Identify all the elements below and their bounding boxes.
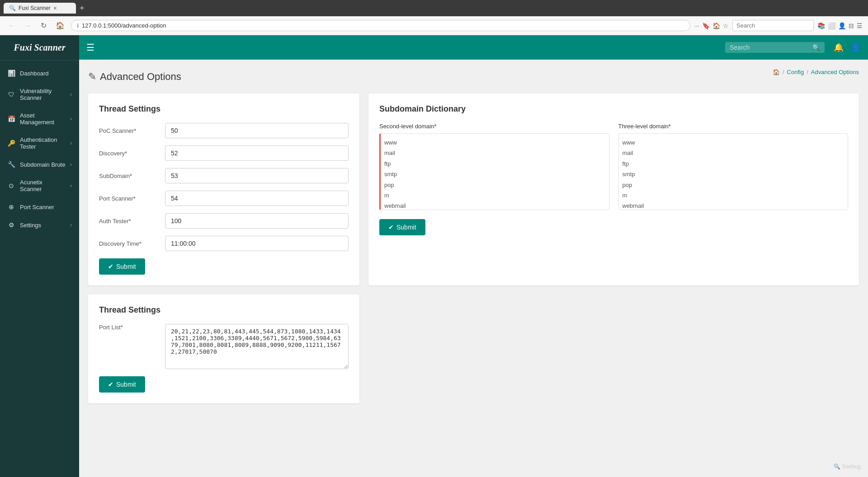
thread-settings-card-1: Thread Settings PoC Scanner* Discovery* …: [88, 94, 359, 285]
list-item: mail: [384, 148, 605, 158]
subdomain-submit-button[interactable]: ✔ Submit: [379, 219, 425, 235]
poc-scanner-row: PoC Scanner*: [99, 123, 349, 138]
address-text: 127.0.0.1:5000/advanced-option: [82, 22, 166, 29]
thread-settings-submit-2[interactable]: ✔ Submit: [99, 376, 145, 393]
sidebar-nav: 📊 Dashboard 🛡 Vulnerability Scanner › 📅 …: [0, 61, 79, 477]
thread-settings-submit-1[interactable]: ✔ Submit: [99, 258, 145, 275]
seebug-icon: 🔍: [834, 463, 840, 470]
port-list-textarea[interactable]: 20,21,22,23,80,81,443,445,544,873,1080,1…: [165, 324, 349, 369]
app-logo-text: Fuxi Scanner: [14, 42, 66, 52]
third-level-list[interactable]: www mail ftp smtp pop m webmail pop3 ima…: [618, 133, 849, 210]
submit-label-2: Submit: [116, 381, 136, 388]
breadcrumb-config[interactable]: Config: [787, 69, 804, 75]
port-list-label: Port List*: [99, 324, 158, 331]
home-button[interactable]: 🏠: [53, 20, 67, 31]
content-area: ✎ Advanced Options 🏠 / Config / Advanced…: [79, 60, 868, 477]
pocket-button[interactable]: 🔖: [702, 22, 710, 29]
subdomain-submit-label: Submit: [396, 224, 416, 231]
subdomain-dict-title: Subdomain Dictionary: [379, 104, 848, 114]
user-profile-button[interactable]: 👤: [851, 42, 861, 52]
breadcrumb-sep-1: /: [783, 69, 784, 75]
sidebar-item-vulnerability-scanner[interactable]: 🛡 Vulnerability Scanner ›: [0, 82, 79, 107]
submit-icon-1: ✔: [108, 263, 113, 270]
header-menu-button[interactable]: ☰: [86, 42, 94, 53]
subdomain-cols: Second-level domain* www mail ftp smtp p…: [379, 123, 848, 210]
discovery-label: Discovery*: [99, 150, 158, 157]
thread-settings-title-2: Thread Settings: [99, 305, 349, 315]
second-level-col: Second-level domain* www mail ftp smtp p…: [379, 123, 609, 210]
subdomain-row: SubDomain*: [99, 168, 349, 183]
address-bar[interactable]: ℹ 127.0.0.1:5000/advanced-option: [71, 20, 690, 31]
breadcrumb-home[interactable]: 🏠: [773, 69, 780, 75]
sidebar-item-port-scanner[interactable]: ⊕ Port Scanner: [0, 198, 79, 216]
auth-tester-label: Auth Tester*: [99, 218, 158, 224]
port-list-row: Port List* 20,21,22,23,80,81,443,445,544…: [99, 324, 349, 369]
reload-button[interactable]: ↻: [38, 20, 49, 31]
authentication-tester-icon: 🔑: [7, 140, 15, 147]
second-level-list[interactable]: www mail ftp smtp pop m webmail pop3 ima…: [379, 133, 609, 210]
header-search-input[interactable]: [730, 44, 810, 51]
port-scanner-input[interactable]: [165, 191, 349, 206]
star-button[interactable]: ☆: [723, 22, 729, 29]
subdomain-dictionary-card: Subdomain Dictionary Second-level domain…: [368, 94, 859, 285]
seebug-text: Seebug: [842, 463, 861, 470]
bookmarks-button[interactable]: 📚: [817, 22, 825, 29]
third-level-title: Three-level domain*: [618, 123, 849, 130]
sidebar-label-subdomain-brute: Subdomain Brute: [20, 161, 66, 168]
port-scanner-row: Port Scanner*: [99, 191, 349, 206]
vulnerability-scanner-arrow: ›: [70, 91, 72, 98]
auth-tester-row: Auth Tester*: [99, 213, 349, 229]
more-button[interactable]: ···: [694, 22, 699, 29]
submit-icon-2: ✔: [108, 381, 113, 388]
acunetix-scanner-icon: ⊙: [7, 182, 15, 189]
sidebar-item-subdomain-brute[interactable]: 🔧 Subdomain Brute ›: [0, 155, 79, 173]
auth-tester-input[interactable]: [165, 213, 349, 229]
browser-search-input[interactable]: [732, 20, 814, 31]
list-item: pop: [384, 180, 605, 190]
synced-tabs-button[interactable]: ⬜: [828, 22, 835, 29]
home-nav-button[interactable]: 🏠: [712, 22, 720, 29]
list-item: webmail: [384, 201, 605, 210]
discovery-time-label: Discovery Time*: [99, 240, 158, 247]
port-scanner-label: Port Scanner*: [99, 195, 158, 202]
sidebar-item-settings[interactable]: ⚙ Settings ›: [0, 216, 79, 234]
tab-close-button[interactable]: ×: [53, 5, 57, 12]
sidebar-logo: Fuxi Scanner: [0, 35, 79, 61]
cards-row-2: Thread Settings Port List* 20,21,22,23,8…: [88, 295, 859, 403]
sidebar-item-acunetix-scanner[interactable]: ⊙ Acunetix Scanner ›: [0, 173, 79, 198]
back-button[interactable]: ←: [5, 21, 18, 31]
page-title-row: ✎ Advanced Options 🏠 / Config / Advanced…: [88, 69, 859, 84]
second-level-title: Second-level domain*: [379, 123, 609, 130]
subdomain-submit-icon: ✔: [388, 224, 394, 231]
notifications-button[interactable]: 🔔: [834, 42, 844, 52]
poc-scanner-input[interactable]: [165, 123, 349, 138]
browser-chrome: 🔍 Fuxi Scanner × +: [0, 0, 868, 16]
list-item: www: [384, 137, 605, 148]
subdomain-input[interactable]: [165, 168, 349, 183]
breadcrumb: 🏠 / Config / Advanced Options: [773, 69, 859, 75]
sidebar-item-authentication-tester[interactable]: 🔑 Authentication Tester ›: [0, 131, 79, 155]
browser-tab[interactable]: 🔍 Fuxi Scanner ×: [4, 3, 76, 14]
discovery-row: Discovery*: [99, 145, 349, 161]
settings-nav-button[interactable]: ⊟: [849, 22, 854, 29]
list-item: pop: [623, 180, 844, 190]
header-search-icon[interactable]: 🔍: [812, 44, 820, 51]
list-item: webmail: [623, 201, 844, 210]
discovery-input[interactable]: [165, 145, 349, 161]
new-tab-button[interactable]: +: [80, 4, 85, 13]
acunetix-scanner-arrow: ›: [70, 182, 72, 189]
sidebar-item-asset-management[interactable]: 📅 Asset Management ›: [0, 107, 79, 131]
third-level-col: Three-level domain* www mail ftp smtp po…: [618, 123, 849, 210]
submit-label-1: Submit: [116, 263, 136, 270]
tab-title: Fuxi Scanner: [19, 5, 51, 11]
discovery-time-input[interactable]: [165, 236, 349, 251]
menu-button[interactable]: ☰: [857, 22, 863, 29]
browser-right-actions: 📚 ⬜ 👤 ⊟ ☰: [817, 22, 863, 29]
profile-button[interactable]: 👤: [838, 22, 846, 29]
forward-button[interactable]: →: [22, 21, 34, 31]
poc-scanner-label: PoC Scanner*: [99, 127, 158, 134]
sidebar-label-vulnerability-scanner: Vulnerability Scanner: [20, 88, 66, 101]
subdomain-brute-icon: 🔧: [7, 161, 15, 168]
breadcrumb-sep-2: /: [807, 69, 808, 75]
sidebar-item-dashboard[interactable]: 📊 Dashboard: [0, 64, 79, 82]
